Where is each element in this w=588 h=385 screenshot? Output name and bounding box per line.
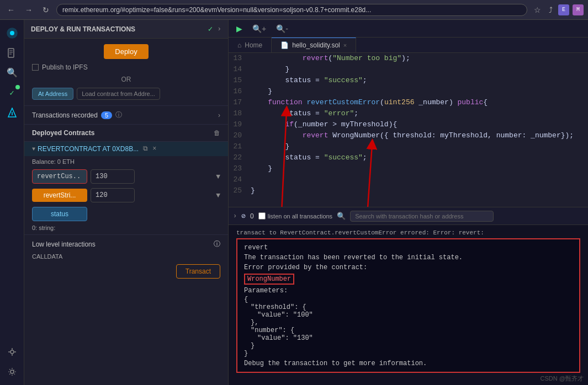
- console-number-close: }: [244, 342, 573, 350]
- contract-close-icon[interactable]: ×: [152, 145, 156, 153]
- code-line: 16 }: [229, 86, 588, 97]
- tab-hello-solidity[interactable]: 📄 hello_solidity.sol ×: [272, 38, 356, 52]
- code-editor[interactable]: 13 revert("Number too big"); 14 } 15 sta…: [229, 53, 588, 207]
- console-intro-text: transact to RevertContract.revertCustomE…: [236, 229, 580, 236]
- sidebar-icon-search[interactable]: 🔍: [3, 64, 21, 82]
- csdn-watermark: CSDN @甄齐才: [541, 375, 584, 383]
- deploy-button[interactable]: Deploy: [104, 44, 148, 59]
- code-line: 17 function revertCustomError(uint256 _n…: [229, 97, 588, 108]
- url-bar[interactable]: [56, 4, 527, 16]
- back-button[interactable]: ←: [4, 4, 18, 15]
- sidebar-icon-compile[interactable]: ✓: [3, 84, 21, 101]
- editor-area: 13 revert("Number too big"); 14 } 15 sta…: [229, 53, 588, 207]
- console-box: revert The transaction has been reverted…: [236, 238, 580, 373]
- contract-chevron[interactable]: ▼: [32, 146, 35, 152]
- address-row: At Address Load contract from Addre...: [32, 88, 220, 100]
- fn1-expand-icon[interactable]: ▼: [216, 173, 220, 181]
- listen-label: listen on all transactions: [268, 213, 332, 220]
- extension-icon: E: [558, 4, 569, 15]
- extension-icon-2: M: [573, 4, 584, 15]
- wrong-number-highlight: WrongNumber: [244, 274, 294, 285]
- sidebar-icon-settings[interactable]: [3, 363, 21, 381]
- code-line: 25 }: [229, 185, 588, 196]
- refresh-button[interactable]: ↻: [40, 4, 52, 15]
- fn1-value-input[interactable]: [91, 169, 135, 184]
- code-line: 13 revert("Number too big");: [229, 53, 588, 64]
- console-parameters-line: Parameters:: [244, 287, 573, 295]
- console-revert-line: revert: [244, 244, 573, 252]
- panel-title: DEPLOY & RUN TRANSACTIONS: [31, 25, 204, 33]
- transact-button[interactable]: Transact: [176, 264, 220, 279]
- sidebar-icon-plugins[interactable]: [3, 343, 21, 361]
- file-icon: 📄: [280, 41, 289, 49]
- tab-home[interactable]: ⌂ Home: [229, 38, 272, 52]
- tab-bar: ⌂ Home 📄 hello_solidity.sol ×: [229, 38, 588, 53]
- publish-checkbox[interactable]: [32, 64, 39, 71]
- code-line: 24: [229, 174, 588, 185]
- contract-copy-icon[interactable]: ⧉: [143, 145, 148, 153]
- expand-icon[interactable]: ›: [217, 25, 221, 33]
- svg-rect-2: [8, 49, 14, 57]
- code-line: 14 }: [229, 64, 588, 75]
- console-reverted-line: The transaction has been reverted to the…: [244, 254, 573, 261]
- code-line: 15 status = "success";: [229, 75, 588, 86]
- contract-header: ▼ REVERTCONTRACT AT 0XD8B... ⧉ ×: [24, 142, 228, 156]
- sidebar-icon-remix[interactable]: [3, 24, 21, 42]
- console-number-key: "number": {: [244, 327, 573, 334]
- console-wrapper: transact to RevertContract.revertCustomE…: [229, 225, 588, 385]
- zoom-out-button[interactable]: 🔍-: [273, 23, 292, 34]
- stop-icon[interactable]: ⊘: [241, 212, 246, 221]
- tab-home-label: Home: [245, 41, 262, 49]
- console-content: transact to RevertContract.revertCustomE…: [229, 225, 588, 385]
- home-icon: ⌂: [237, 41, 241, 49]
- sidebar-icon-deploy[interactable]: [3, 104, 21, 121]
- console-threshold-val: "value": "100": [244, 311, 573, 319]
- console-wrong-number-line: WrongNumber: [244, 274, 573, 285]
- fn2-name-button[interactable]: revertStri...: [32, 189, 87, 202]
- code-line: 23 }: [229, 163, 588, 174]
- code-line: 20 revert WrongNumber({ threshold: myThr…: [229, 130, 588, 141]
- zoom-in-button[interactable]: 🔍+: [249, 23, 269, 34]
- function-row-2: revertStri... ▼: [24, 186, 228, 205]
- forward-button[interactable]: →: [22, 4, 35, 15]
- console-json-close: }: [244, 350, 573, 357]
- svg-point-13: [10, 370, 14, 373]
- check-icon: ✓: [208, 24, 213, 34]
- listen-checkbox-row: listen on all transactions: [258, 212, 332, 220]
- fn2-value-input[interactable]: [91, 188, 135, 202]
- status-button[interactable]: status: [32, 207, 87, 221]
- info-icon[interactable]: ⓘ: [115, 110, 122, 120]
- transactions-expand-arrow[interactable]: ›: [218, 111, 220, 119]
- fn2-expand-icon[interactable]: ▼: [216, 191, 220, 200]
- listen-checkbox[interactable]: [258, 212, 266, 220]
- console-threshold-close: },: [244, 319, 573, 327]
- console-toolbar: › ⊘ 0 listen on all transactions 🔍: [229, 207, 588, 225]
- console-count: 0: [250, 212, 254, 220]
- svg-point-8: [10, 350, 14, 354]
- at-address-button[interactable]: At Address: [32, 88, 73, 100]
- run-button[interactable]: ▶: [233, 23, 246, 34]
- tab-hello-label: hello_solidity.sol: [292, 41, 340, 49]
- tab-close-icon[interactable]: ×: [343, 42, 347, 49]
- sidebar-icon-files[interactable]: [3, 44, 21, 62]
- svg-point-1: [10, 31, 14, 35]
- transactions-row: Transactions recorded 5 ⓘ ›: [24, 106, 228, 125]
- contract-name: REVERTCONTRACT AT 0XD8B...: [38, 145, 139, 153]
- code-line: 18 status = "error";: [229, 108, 588, 119]
- left-panel: DEPLOY & RUN TRANSACTIONS ✓ › Deploy Pub…: [24, 20, 229, 385]
- fn1-name-input[interactable]: [32, 169, 87, 184]
- search-input[interactable]: [350, 211, 494, 222]
- console-threshold-key: "threshold": {: [244, 303, 573, 311]
- deploy-section: Deploy Publish to IPFS OR At Address Loa…: [24, 39, 228, 106]
- browser-bar: ← → ↻ ☆ ⤴ E M: [0, 0, 588, 20]
- load-contract-button[interactable]: Load contract from Addre...: [77, 88, 160, 100]
- function-row-1: ▼: [24, 167, 228, 186]
- bookmark-button[interactable]: ☆: [532, 4, 543, 15]
- low-level-info-icon[interactable]: ⓘ: [214, 239, 220, 249]
- console-debug-line: Debug the transaction to get more inform…: [244, 360, 573, 367]
- low-level-section: Low level interactions ⓘ CALLDATA Transa…: [24, 235, 228, 284]
- calldata-label: CALLDATA: [24, 251, 228, 262]
- trash-icon[interactable]: 🗑: [214, 129, 220, 137]
- contract-balance: Balance: 0 ETH: [24, 156, 228, 167]
- share-button[interactable]: ⤴: [547, 4, 555, 15]
